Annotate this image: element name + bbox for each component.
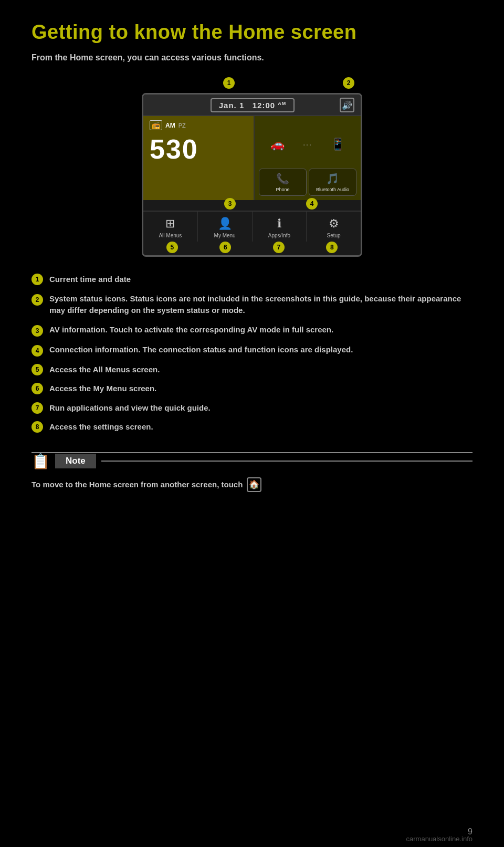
all-menus-icon: ⊞ — [165, 217, 175, 231]
callout-badge-3: 3 — [32, 325, 43, 337]
setup-button[interactable]: ⚙ Setup — [307, 212, 361, 242]
bluetooth-audio-button: 🎵 Bluetooth Audio — [309, 169, 356, 196]
apps-info-button[interactable]: ℹ Apps/Info — [253, 212, 307, 242]
note-document-icon: 📋 — [32, 453, 50, 470]
all-menus-button[interactable]: ⊞ All Menus — [143, 212, 198, 242]
callout-badge-2: 2 — [32, 294, 43, 306]
av-panel-header: 📻 AM PZ — [150, 120, 247, 130]
desc-text-3: AV information. Touch to activate the co… — [49, 324, 333, 336]
callout-8-overlay: 8 — [326, 242, 338, 253]
connection-panel: 🚗 ··· 📱 📞 Phone 🎵 Bluetooth Audio — [255, 116, 361, 200]
desc-text-6: Access the My Menu screen. — [49, 383, 156, 395]
callout-4-overlay: 4 — [306, 198, 318, 210]
desc-text-8: Access the settings screen. — [49, 421, 153, 433]
radio-icon: 📻 — [150, 120, 162, 130]
desc-item-7: 7 Run applications and view the quick gu… — [32, 402, 472, 414]
my-menu-icon: 👤 — [218, 217, 232, 231]
desc-text-5: Access the All Menus screen. — [49, 364, 160, 376]
date-time-display: Jan. 1 12:00 AM — [211, 98, 295, 112]
phone-button: 📞 Phone — [259, 169, 307, 196]
callout-badge-4: 4 — [32, 345, 43, 357]
screen-top-bar: Jan. 1 12:00 AM 🔊 — [143, 95, 361, 116]
desc-item-6: 6 Access the My Menu screen. — [32, 383, 472, 395]
note-text: To move to the Home screen from another … — [32, 477, 472, 492]
device-screen: Jan. 1 12:00 AM 🔊 📻 AM PZ 530 🚗 — [142, 93, 362, 257]
device-screenshot: 1 2 Jan. 1 12:00 AM 🔊 📻 AM PZ 530 — [142, 77, 362, 257]
bluetooth-icon: 🎵 — [326, 172, 339, 185]
desc-item-1: 1 Current time and date — [32, 274, 472, 286]
conn-bottom-buttons: 📞 Phone 🎵 Bluetooth Audio — [259, 169, 356, 196]
av-panel: 📻 AM PZ 530 — [143, 116, 255, 200]
note-divider-line — [101, 461, 472, 462]
callout-1: 1 — [223, 77, 235, 89]
desc-text-4: Connection information. The connection s… — [49, 344, 353, 356]
watermark: carmanualsonline.info — [406, 835, 472, 843]
desc-item-3: 3 AV information. Touch to activate the … — [32, 324, 472, 337]
note-label: Note — [55, 454, 96, 468]
page-subtitle: From the Home screen, you can access var… — [32, 53, 472, 62]
desc-item-4: 4 Connection information. The connection… — [32, 344, 472, 357]
callout-badge-7: 7 — [32, 402, 43, 414]
callout-5-overlay: 5 — [166, 242, 178, 253]
note-header: 📋 Note — [32, 453, 472, 470]
desc-item-5: 5 Access the All Menus screen. — [32, 364, 472, 376]
speaker-status-icon: 🔊 — [340, 98, 354, 112]
callout-3-overlay: 3 — [224, 198, 236, 210]
callout-badge-6: 6 — [32, 383, 43, 394]
home-button-icon: 🏠 — [247, 477, 261, 492]
descriptions-list: 1 Current time and date 2 System status … — [32, 274, 472, 433]
car-icon: 🚗 — [270, 138, 285, 151]
desc-item-8: 8 Access the settings screen. — [32, 421, 472, 433]
phone-conn-icon: 📱 — [331, 138, 345, 151]
desc-text-7: Run applications and view the quick guid… — [49, 402, 211, 414]
page-title: Getting to know the Home screen — [32, 21, 472, 44]
my-menu-button[interactable]: 👤 My Menu — [198, 212, 253, 242]
callout-2: 2 — [343, 77, 354, 89]
callout-6-overlay: 6 — [219, 242, 231, 253]
callout-7-overlay: 7 — [273, 242, 285, 253]
callout-badge-5: 5 — [32, 364, 43, 375]
desc-item-2: 2 System status icons. Status icons are … — [32, 293, 472, 317]
note-section: 📋 Note To move to the Home screen from a… — [32, 452, 472, 492]
apps-info-icon: ℹ — [277, 217, 281, 231]
av-frequency: 530 — [150, 135, 247, 163]
callout-badge-1: 1 — [32, 274, 43, 285]
desc-text-2: System status icons. Status icons are no… — [49, 293, 472, 317]
phone-icon: 📞 — [276, 172, 289, 185]
screen-middle: 📻 AM PZ 530 🚗 ··· 📱 📞 Phone — [143, 116, 361, 200]
desc-text-1: Current time and date — [49, 274, 131, 286]
setup-icon: ⚙ — [329, 217, 339, 231]
callout-badge-8: 8 — [32, 421, 43, 433]
conn-top-icons: 🚗 ··· 📱 — [259, 120, 356, 169]
screen-bottom-bar: ⊞ All Menus 👤 My Menu ℹ Apps/Info ⚙ Setu… — [143, 211, 361, 242]
